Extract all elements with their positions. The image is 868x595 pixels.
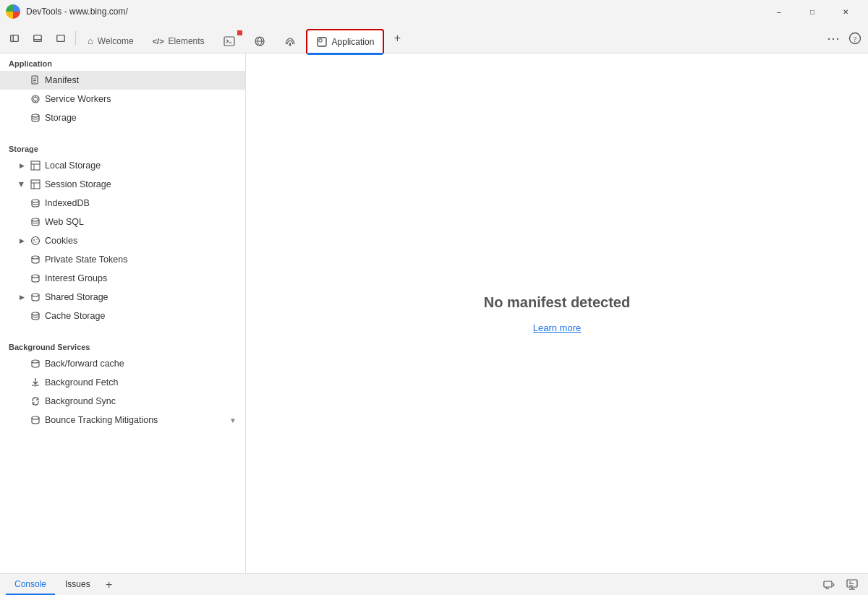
- main-layout: Application ▶ Manifest ▶ Service Workers: [0, 53, 868, 573]
- sidebar-item-shared-storage[interactable]: ▶ Shared Storage: [0, 288, 245, 307]
- tab-elements-label: Elements: [169, 36, 205, 46]
- svg-point-37: [35, 241, 36, 243]
- sidebar-item-interest-groups[interactable]: ▶ Interest Groups: [0, 269, 245, 288]
- web-sql-icon: [30, 217, 41, 227]
- add-tab-button[interactable]: +: [387, 28, 407, 48]
- background-fetch-icon: [30, 377, 41, 388]
- svg-rect-4: [57, 35, 65, 41]
- sidebar-item-storage[interactable]: ▶ Storage: [0, 108, 245, 127]
- shared-storage-expand[interactable]: ▶: [17, 293, 26, 301]
- svg-point-43: [32, 312, 39, 315]
- cache-storage-label: Cache Storage: [45, 311, 105, 321]
- bounce-tracking-label: Bounce Tracking Mitigations: [45, 415, 158, 425]
- sidebar-item-manifest[interactable]: ▶ Manifest: [0, 71, 245, 90]
- close-button[interactable]: ✕: [829, 0, 862, 23]
- manifest-icon: [30, 75, 41, 85]
- sidebar-item-indexeddb[interactable]: ▶ IndexedDB: [0, 194, 245, 213]
- svg-rect-0: [11, 35, 19, 41]
- indexeddb-label: IndexedDB: [45, 198, 90, 208]
- storage-label: Storage: [45, 113, 77, 123]
- sidebar-item-session-storage[interactable]: ▶ Session Storage: [0, 175, 245, 194]
- sidebar-item-cookies[interactable]: ▶ Cookies: [0, 231, 245, 250]
- cookies-expand[interactable]: ▶: [17, 236, 26, 245]
- sidebar-item-back-forward-cache[interactable]: ▶ Back/forward cache: [0, 354, 245, 373]
- svg-rect-49: [824, 581, 832, 587]
- tab-elements[interactable]: </> Elements: [144, 29, 213, 53]
- sidebar-item-web-sql[interactable]: ▶ Web SQL: [0, 213, 245, 231]
- add-bottom-tab-button[interactable]: +: [101, 576, 118, 594]
- bounce-tracking-arrow: ▼: [229, 416, 237, 424]
- help-button[interactable]: ?: [845, 28, 865, 48]
- application-icon: [316, 36, 328, 48]
- svg-text:?: ?: [854, 34, 857, 43]
- tab-sources[interactable]: [245, 29, 274, 53]
- svg-point-44: [32, 360, 39, 363]
- tab-active-indicator: [307, 53, 383, 54]
- svg-rect-29: [31, 180, 40, 189]
- background-fetch-label: Background Fetch: [45, 377, 118, 388]
- sidebar-item-cache-storage[interactable]: ▶ Cache Storage: [0, 307, 245, 325]
- svg-point-35: [33, 239, 35, 241]
- storage-icon: [30, 113, 41, 123]
- cookies-icon: [30, 236, 41, 246]
- session-storage-label: Session Storage: [45, 179, 111, 189]
- svg-point-41: [32, 275, 39, 278]
- session-storage-expand[interactable]: ▶: [17, 180, 26, 189]
- svg-point-12: [289, 43, 291, 46]
- inspect-icon: [846, 579, 858, 591]
- tab-welcome[interactable]: ⌂ Welcome: [79, 29, 142, 53]
- sidebar-item-service-workers[interactable]: ▶ Service Workers: [0, 90, 245, 108]
- tab-network[interactable]: [276, 29, 305, 53]
- back-forward-icon: [30, 359, 41, 369]
- bottom-right-controls: [819, 575, 862, 595]
- minimize-button[interactable]: –: [762, 0, 796, 23]
- tab-application-label: Application: [332, 37, 375, 47]
- sources-icon: [254, 35, 265, 47]
- shared-storage-icon: [30, 292, 41, 302]
- sidebar-item-local-storage[interactable]: ▶ Local Storage: [0, 156, 245, 175]
- elements-icon: </>: [153, 37, 164, 46]
- svg-point-33: [32, 218, 39, 221]
- interest-groups-label: Interest Groups: [45, 273, 107, 283]
- more-tabs-button[interactable]: ⋯: [822, 28, 845, 48]
- sidebar-item-background-sync[interactable]: ▶ Background Sync: [0, 392, 245, 411]
- bottom-tab-console[interactable]: Console: [6, 575, 55, 595]
- svg-rect-26: [31, 161, 40, 170]
- console-icon: [224, 35, 235, 47]
- no-manifest-panel: No manifest detected Learn more: [484, 294, 630, 333]
- application-section-header: Application: [0, 53, 245, 71]
- svg-point-23: [35, 96, 36, 98]
- bottom-tab-issues[interactable]: Issues: [56, 575, 99, 595]
- screen-cast-icon: [823, 579, 835, 591]
- local-storage-expand[interactable]: ▶: [17, 161, 26, 170]
- toolbar-divider: [75, 31, 76, 46]
- web-sql-label: Web SQL: [45, 217, 84, 227]
- svg-point-48: [32, 416, 39, 419]
- sidebar-item-bounce-tracking[interactable]: ▶ Bounce Tracking Mitigations ▼: [0, 411, 245, 429]
- tab-console-icon[interactable]: [215, 29, 244, 53]
- service-workers-label: Service Workers: [45, 94, 111, 104]
- window-controls: – □ ✕: [762, 0, 862, 23]
- svg-rect-5: [224, 37, 234, 46]
- sidebar-item-background-fetch[interactable]: ▶ Background Fetch: [0, 373, 245, 392]
- svg-point-24: [35, 100, 36, 102]
- service-workers-icon: [30, 94, 41, 104]
- learn-more-link[interactable]: Learn more: [533, 322, 581, 333]
- indexeddb-icon: [30, 198, 41, 208]
- maximize-button[interactable]: □: [796, 0, 829, 23]
- svg-point-25: [32, 114, 39, 117]
- tab-application[interactable]: Application: [306, 29, 385, 53]
- sidebar-item-private-state-tokens[interactable]: ▶ Private State Tokens: [0, 250, 245, 269]
- background-services-section-header: Background Services: [0, 337, 245, 354]
- dock-bottom-button[interactable]: [26, 27, 49, 50]
- dock-left-button[interactable]: [3, 27, 26, 50]
- separator-2: [0, 325, 245, 337]
- content-area: No manifest detected Learn more: [246, 53, 868, 573]
- svg-line-7: [226, 41, 229, 43]
- inspect-button[interactable]: [842, 575, 862, 595]
- cookies-label: Cookies: [45, 236, 77, 246]
- undock-button[interactable]: [49, 27, 72, 50]
- svg-point-42: [32, 294, 39, 296]
- cache-storage-icon: [30, 311, 41, 321]
- screen-cast-button[interactable]: [819, 575, 839, 595]
